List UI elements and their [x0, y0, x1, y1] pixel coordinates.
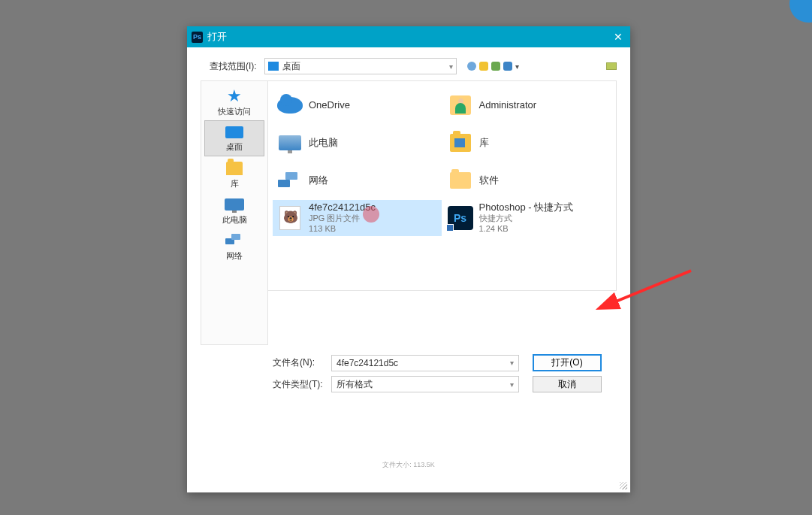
place-libraries[interactable]: 库 [204, 156, 264, 192]
file-item[interactable]: Ps Photoshop - 快捷方式 快捷方式 1.24 KB [443, 200, 612, 236]
cancel-button-label: 取消 [558, 378, 576, 391]
desktop-icon [224, 124, 245, 140]
network-icon [224, 232, 245, 249]
filename-value: 4fe7c24121d5c [337, 358, 510, 368]
place-desktop[interactable]: 桌面 [204, 120, 264, 156]
place-this-pc[interactable]: 此电脑 [204, 192, 264, 229]
chevron-down-icon[interactable]: ▾ [510, 359, 514, 367]
bottom-form: 文件名(N): 4fe7c24121d5c ▾ 打开(O) 文件类型(T): 所… [187, 345, 630, 392]
view-menu-icon[interactable] [503, 62, 512, 71]
place-network[interactable]: 网络 [204, 229, 264, 265]
file-name: 此电脑 [309, 137, 338, 149]
dialog-title: 打开 [207, 30, 611, 44]
resize-grip-icon[interactable] [620, 482, 627, 489]
file-item[interactable]: Administrator [443, 87, 612, 123]
network-icon [276, 168, 304, 193]
decorative-corner [789, 0, 812, 23]
file-size: 1.24 KB [479, 224, 574, 235]
user-folder-icon [446, 92, 475, 118]
filename-label: 文件名(N): [273, 356, 331, 369]
chevron-down-icon: ▾ [449, 62, 453, 71]
filename-input[interactable]: 4fe7c24121d5c ▾ [331, 355, 519, 371]
file-name: Administrator [479, 99, 537, 111]
file-type: JPG 图片文件 [309, 214, 376, 224]
look-in-row: 查找范围(I): 桌面 ▾ ▾ [187, 47, 630, 80]
file-name: 4fe7c24121d5c [309, 201, 376, 214]
onedrive-icon [276, 92, 304, 118]
place-label: 库 [231, 178, 239, 189]
filetype-label: 文件类型(T): [273, 378, 331, 391]
chevron-down-icon[interactable]: ▾ [510, 380, 514, 389]
look-in-label: 查找范围(I): [210, 60, 257, 73]
folder-icon [446, 168, 475, 193]
place-label: 网络 [226, 250, 243, 262]
open-file-dialog: Ps 打开 ✕ 查找范围(I): 桌面 ▾ ▾ ★ 快速访问 桌面 [187, 26, 630, 492]
photoshop-shortcut-icon: Ps [446, 205, 475, 231]
place-label: 桌面 [226, 141, 243, 153]
file-name: 库 [479, 137, 489, 149]
file-type: 快捷方式 [479, 214, 574, 224]
star-icon: ★ [224, 88, 245, 105]
up-folder-icon[interactable] [479, 62, 488, 71]
filetype-value: 所有格式 [337, 378, 510, 391]
file-name: Photoshop - 快捷方式 [479, 201, 574, 214]
file-item-selected[interactable]: 4fe7c24121d5c JPG 图片文件 113 KB [273, 200, 442, 236]
open-button-label: 打开(O) [551, 356, 582, 369]
file-item[interactable]: 此电脑 [273, 125, 442, 161]
library-icon [224, 160, 245, 177]
look-in-value: 桌面 [282, 60, 449, 73]
dialog-titlebar[interactable]: Ps 打开 ✕ [187, 26, 630, 47]
libraries-icon [446, 130, 475, 156]
file-list-pane[interactable]: OneDrive Administrator 此电脑 库 网络 软件 [268, 80, 617, 291]
nav-toolbar: ▾ [467, 62, 519, 71]
place-label: 此电脑 [222, 214, 247, 226]
footer-filesize-note: 文件大小: 113.5K [382, 460, 435, 470]
file-item[interactable]: 网络 [273, 162, 442, 198]
places-bar: ★ 快速访问 桌面 库 此电脑 网络 [201, 80, 268, 345]
image-sequence-icon[interactable] [606, 62, 617, 70]
cancel-button[interactable]: 取消 [533, 376, 602, 392]
filetype-combo[interactable]: 所有格式 ▾ [331, 376, 519, 392]
file-size: 113 KB [309, 224, 376, 235]
file-name: 软件 [479, 174, 499, 186]
photoshop-app-icon: Ps [192, 32, 203, 43]
new-folder-icon[interactable] [491, 62, 500, 71]
open-button[interactable]: 打开(O) [533, 354, 602, 371]
file-item[interactable]: 库 [443, 125, 612, 161]
file-item[interactable]: OneDrive [273, 87, 442, 123]
desktop-icon [268, 62, 279, 71]
file-item[interactable]: 软件 [443, 162, 612, 198]
dialog-body: ★ 快速访问 桌面 库 此电脑 网络 OneDriv [187, 80, 630, 345]
file-name: 网络 [309, 174, 328, 186]
this-pc-icon [276, 130, 304, 156]
place-label: 快速访问 [218, 106, 251, 117]
view-dropdown-icon[interactable]: ▾ [515, 62, 519, 71]
place-quick-access[interactable]: ★ 快速访问 [204, 84, 264, 120]
file-name: OneDrive [309, 99, 350, 111]
look-in-combo[interactable]: 桌面 ▾ [264, 58, 457, 74]
pc-icon [224, 196, 245, 213]
jpg-file-icon [276, 205, 304, 231]
close-button[interactable]: ✕ [611, 29, 626, 44]
back-icon[interactable] [467, 62, 476, 71]
